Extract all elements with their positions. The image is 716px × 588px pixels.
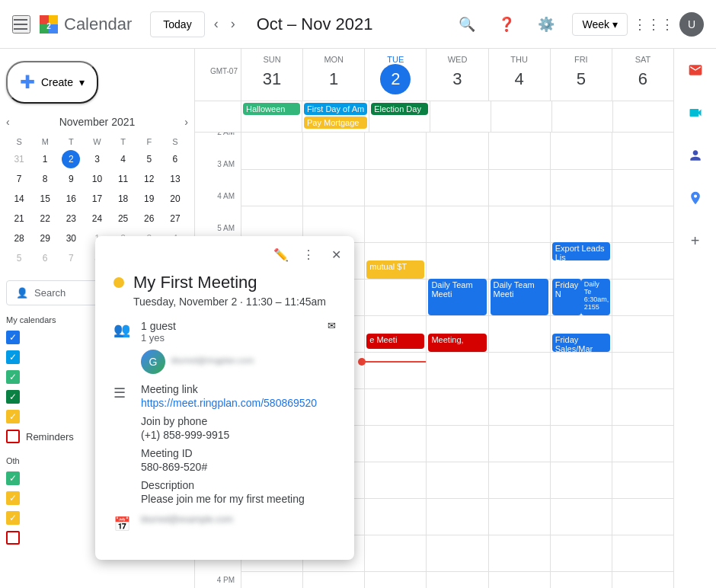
halloween-event[interactable]: Halloween — [243, 103, 300, 115]
mini-cal-day[interactable]: 14 — [10, 190, 28, 208]
mini-cal-day[interactable]: 19 — [140, 190, 158, 208]
calendar-checkbox-1[interactable]: ✓ — [6, 331, 20, 344]
search-button[interactable]: 🔍 — [453, 11, 481, 38]
mini-cal-day[interactable]: 21 — [10, 209, 28, 228]
first-day-event[interactable]: First Day of Am — [304, 103, 367, 115]
help-button[interactable]: ❓ — [493, 11, 520, 38]
mini-cal-day[interactable]: 4 — [114, 150, 133, 168]
prev-button[interactable]: ‹ — [211, 13, 222, 35]
mini-cal-day[interactable]: 13 — [166, 170, 184, 188]
mini-cal-day[interactable]: 24 — [88, 209, 106, 228]
day-num-mon[interactable]: 1 — [318, 64, 349, 94]
election-day-event[interactable]: Election Day — [371, 103, 428, 115]
mini-cal-day[interactable]: 1 — [36, 150, 54, 168]
maps-right-icon[interactable] — [680, 183, 711, 213]
dow-tue: T — [58, 134, 84, 149]
day-num-wed[interactable]: 3 — [442, 64, 472, 94]
email-icon[interactable]: ✉ — [328, 320, 336, 331]
mini-cal-day[interactable]: 10 — [88, 170, 106, 188]
mini-cal-day[interactable]: 8 — [36, 170, 54, 188]
mini-cal-day[interactable]: 12 — [140, 170, 158, 188]
settings-button[interactable]: ⚙️ — [532, 11, 560, 38]
date-range: Oct – Nov 2021 — [257, 14, 373, 34]
mini-cal-day[interactable]: 3 — [88, 150, 106, 168]
time-4pm: 4 PM — [195, 576, 241, 588]
mini-cal-day[interactable]: 17 — [88, 190, 106, 208]
daily-team-meeting-wed[interactable]: Daily Team Meeti — [428, 279, 486, 315]
mini-cal-day[interactable]: 28 — [10, 229, 28, 248]
calendar-checkbox-5[interactable]: ✓ — [6, 410, 20, 423]
add-right-icon[interactable]: + — [680, 225, 711, 256]
create-button[interactable]: ✚ Create ▾ — [6, 61, 98, 104]
menu-button[interactable] — [12, 15, 30, 34]
gmail-right-icon[interactable] — [680, 55, 711, 85]
mini-cal-day[interactable]: 16 — [62, 190, 80, 208]
meet-right-icon[interactable] — [680, 97, 711, 128]
mini-cal-day[interactable]: 11 — [114, 170, 133, 188]
mini-cal-day[interactable]: 20 — [166, 190, 184, 208]
apps-button[interactable]: ⋮⋮⋮ — [640, 11, 667, 38]
pay-mortgage-event[interactable]: Pay Mortgage — [304, 117, 367, 129]
mini-cal-day-today[interactable]: 2 — [62, 150, 80, 168]
daily-team-meeting-thu[interactable]: Daily Team Meeti — [491, 279, 548, 315]
day-num-tue[interactable]: 2 — [380, 64, 411, 94]
day-num-sat[interactable]: 6 — [628, 64, 658, 94]
popup-close-button[interactable]: ✕ — [324, 242, 348, 267]
meeting-event-tue[interactable]: e Meeti — [366, 334, 424, 349]
right-sidebar: + — [673, 49, 716, 588]
mini-cal-day[interactable]: 5 — [140, 150, 158, 168]
mini-cal-day[interactable]: 31 — [10, 150, 28, 168]
mini-cal-day[interactable]: 6 — [36, 249, 54, 267]
other-cal-checkbox-2[interactable]: ✓ — [6, 491, 20, 505]
mini-cal-day[interactable]: 7 — [10, 170, 28, 188]
mutual-event[interactable]: mutual $T — [366, 260, 424, 279]
day-num-thu[interactable]: 4 — [504, 64, 535, 94]
popup-more-button[interactable]: ⋮ — [296, 242, 321, 267]
user-avatar[interactable]: U — [679, 12, 704, 37]
mini-cal-day[interactable]: 27 — [166, 209, 184, 228]
other-cal-checkbox-3[interactable]: ✓ — [6, 511, 20, 525]
mini-cal-day[interactable]: 26 — [140, 209, 158, 228]
friday-sales-event[interactable]: Friday Sales/Mar — [552, 334, 610, 352]
friday-n-event[interactable]: Friday N — [552, 279, 581, 315]
day-num-sun[interactable]: 31 — [257, 64, 287, 94]
allday-col-thu — [491, 101, 551, 132]
mini-cal-day[interactable]: 15 — [36, 190, 54, 208]
phone-number: (+1) 858-999-9915 — [141, 429, 336, 441]
meeting-link[interactable]: https://meet.ringplan.com/580869520 — [141, 397, 317, 409]
mini-cal-day[interactable]: 25 — [114, 209, 133, 228]
gmt-label: GMT-07 — [195, 49, 241, 101]
day-name-sun: SUN — [241, 55, 302, 64]
day-num-fri[interactable]: 5 — [566, 64, 596, 94]
mini-cal-prev[interactable]: ‹ — [6, 116, 10, 128]
mini-cal-day[interactable]: 30 — [62, 229, 80, 248]
contacts-right-icon[interactable] — [680, 140, 711, 171]
calendar-checkbox-2[interactable]: ✓ — [6, 350, 20, 364]
meeting-wed[interactable]: Meeting, — [428, 334, 486, 352]
create-chevron-icon: ▾ — [79, 76, 85, 88]
daily-te-event[interactable]: Daily Te6:30am, 2155 — [581, 279, 610, 315]
mini-cal-day[interactable]: 9 — [62, 170, 80, 188]
mini-cal-day[interactable]: 22 — [36, 209, 54, 228]
mini-cal-day[interactable]: 6 — [166, 150, 184, 168]
other-cal-checkbox-1[interactable]: ✓ — [6, 471, 20, 485]
view-selector[interactable]: Week ▾ — [572, 13, 628, 36]
mini-cal-header: ‹ November 2021 › — [6, 116, 188, 128]
calendar-checkbox-4[interactable]: ✓ — [6, 390, 20, 404]
mini-cal-day[interactable]: 29 — [36, 229, 54, 248]
export-leads-fri[interactable]: Export Leads Lis — [552, 242, 610, 260]
mini-cal-day[interactable]: 18 — [114, 190, 133, 208]
day-col-sun: SUN 31 — [241, 49, 302, 101]
today-button[interactable]: Today — [150, 11, 204, 37]
popup-edit-button[interactable]: ✏️ — [269, 242, 293, 267]
popup-calendar-row: 📅 blurred@example.com — [113, 514, 336, 532]
popup-event-title: My First Meeting — [133, 273, 257, 292]
mini-cal-day[interactable]: 5 — [10, 249, 28, 267]
mini-cal-day[interactable]: 7 — [62, 249, 80, 267]
next-button[interactable]: › — [228, 13, 238, 35]
mini-cal-day[interactable]: 23 — [62, 209, 80, 228]
other-cal-checkbox-4[interactable] — [6, 531, 20, 545]
mini-cal-next[interactable]: › — [184, 116, 188, 128]
calendar-checkbox-3[interactable]: ✓ — [6, 370, 20, 384]
calendar-checkbox-6[interactable] — [6, 430, 20, 443]
